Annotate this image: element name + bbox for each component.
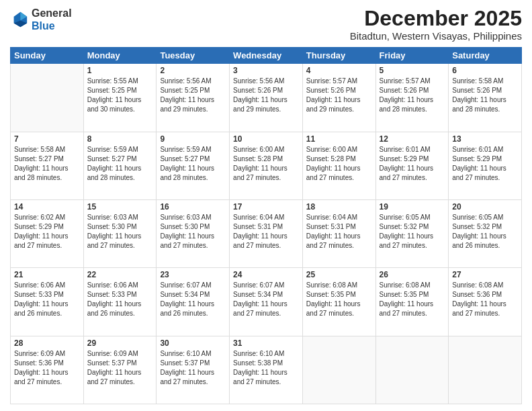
day-info: Sunrise: 6:02 AM Sunset: 5:29 PM Dayligh…: [14, 213, 80, 250]
day-info: Sunrise: 6:03 AM Sunset: 5:30 PM Dayligh…: [87, 213, 153, 250]
day-number: 25: [306, 270, 372, 279]
day-info: Sunrise: 6:04 AM Sunset: 5:31 PM Dayligh…: [233, 213, 299, 250]
day-number: 29: [87, 338, 153, 348]
day-number: 23: [160, 270, 226, 279]
calendar-header-wednesday: Wednesday: [230, 48, 303, 64]
day-number: 22: [87, 270, 153, 279]
day-info: Sunrise: 6:08 AM Sunset: 5:35 PM Dayligh…: [306, 281, 372, 318]
day-info: Sunrise: 5:59 AM Sunset: 5:27 PM Dayligh…: [160, 145, 226, 183]
day-info: Sunrise: 5:59 AM Sunset: 5:27 PM Dayligh…: [87, 145, 153, 183]
calendar-cell: 25Sunrise: 6:08 AM Sunset: 5:35 PM Dayli…: [302, 268, 375, 336]
calendar-header-thursday: Thursday: [302, 48, 375, 64]
calendar-cell: 19Sunrise: 6:05 AM Sunset: 5:32 PM Dayli…: [375, 199, 449, 267]
calendar-cell: [449, 336, 522, 404]
calendar-cell: 27Sunrise: 6:08 AM Sunset: 5:36 PM Dayli…: [449, 268, 522, 336]
calendar-cell: 11Sunrise: 6:00 AM Sunset: 5:28 PM Dayli…: [302, 132, 375, 199]
calendar-header-sunday: Sunday: [11, 48, 84, 64]
calendar-header-friday: Friday: [375, 48, 449, 64]
calendar-cell: 18Sunrise: 6:04 AM Sunset: 5:31 PM Dayli…: [302, 199, 375, 267]
day-info: Sunrise: 6:06 AM Sunset: 5:33 PM Dayligh…: [14, 281, 80, 318]
day-info: Sunrise: 6:00 AM Sunset: 5:28 PM Dayligh…: [306, 145, 372, 183]
day-info: Sunrise: 6:00 AM Sunset: 5:28 PM Dayligh…: [233, 145, 299, 183]
day-number: 9: [160, 134, 226, 144]
day-number: 31: [233, 338, 299, 348]
calendar-cell: 10Sunrise: 6:00 AM Sunset: 5:28 PM Dayli…: [230, 132, 303, 199]
title-block: December 2025 Bitadtun, Western Visayas,…: [350, 7, 522, 42]
day-number: 15: [87, 202, 153, 212]
calendar-cell: 4Sunrise: 5:57 AM Sunset: 5:26 PM Daylig…: [302, 64, 375, 132]
day-number: 19: [380, 202, 445, 212]
calendar-week-0: 1Sunrise: 5:55 AM Sunset: 5:25 PM Daylig…: [11, 64, 522, 132]
day-info: Sunrise: 5:56 AM Sunset: 5:25 PM Dayligh…: [160, 77, 226, 114]
logo-blue: Blue: [32, 20, 55, 32]
day-number: 7: [14, 134, 80, 144]
day-info: Sunrise: 5:58 AM Sunset: 5:27 PM Dayligh…: [14, 145, 80, 183]
calendar-week-1: 7Sunrise: 5:58 AM Sunset: 5:27 PM Daylig…: [11, 132, 522, 199]
calendar-cell: 1Sunrise: 5:55 AM Sunset: 5:25 PM Daylig…: [83, 64, 157, 132]
day-number: 5: [380, 66, 445, 75]
day-number: 26: [380, 270, 445, 279]
calendar-cell: [375, 336, 449, 404]
calendar-cell: 12Sunrise: 6:01 AM Sunset: 5:29 PM Dayli…: [375, 132, 449, 199]
calendar-cell: 5Sunrise: 5:57 AM Sunset: 5:26 PM Daylig…: [375, 64, 449, 132]
day-number: 21: [14, 270, 80, 279]
calendar-header-row: SundayMondayTuesdayWednesdayThursdayFrid…: [11, 48, 522, 64]
day-number: 1: [87, 66, 153, 75]
header: General Blue December 2025 Bitadtun, Wes…: [10, 7, 522, 42]
day-info: Sunrise: 6:07 AM Sunset: 5:34 PM Dayligh…: [233, 281, 299, 318]
day-info: Sunrise: 6:08 AM Sunset: 5:35 PM Dayligh…: [380, 281, 445, 318]
day-info: Sunrise: 6:01 AM Sunset: 5:29 PM Dayligh…: [380, 145, 445, 183]
day-number: 20: [452, 202, 518, 212]
calendar-cell: 28Sunrise: 6:09 AM Sunset: 5:36 PM Dayli…: [11, 336, 84, 404]
day-number: 6: [452, 66, 518, 75]
calendar-week-4: 28Sunrise: 6:09 AM Sunset: 5:36 PM Dayli…: [11, 336, 522, 404]
day-number: 13: [452, 134, 518, 144]
day-info: Sunrise: 5:55 AM Sunset: 5:25 PM Dayligh…: [87, 77, 153, 114]
calendar-table: SundayMondayTuesdayWednesdayThursdayFrid…: [10, 47, 522, 404]
calendar-cell: 14Sunrise: 6:02 AM Sunset: 5:29 PM Dayli…: [11, 199, 84, 267]
day-info: Sunrise: 6:10 AM Sunset: 5:37 PM Dayligh…: [160, 349, 226, 387]
calendar-cell: 21Sunrise: 6:06 AM Sunset: 5:33 PM Dayli…: [11, 268, 84, 336]
day-number: 27: [452, 270, 518, 279]
calendar-cell: 20Sunrise: 6:05 AM Sunset: 5:32 PM Dayli…: [449, 199, 522, 267]
day-info: Sunrise: 5:58 AM Sunset: 5:26 PM Dayligh…: [452, 77, 518, 114]
calendar-cell: [302, 336, 375, 404]
calendar-cell: 7Sunrise: 5:58 AM Sunset: 5:27 PM Daylig…: [11, 132, 84, 199]
day-number: 17: [233, 202, 299, 212]
day-info: Sunrise: 6:08 AM Sunset: 5:36 PM Dayligh…: [452, 281, 518, 318]
day-info: Sunrise: 6:09 AM Sunset: 5:37 PM Dayligh…: [87, 349, 153, 387]
calendar-header-monday: Monday: [83, 48, 157, 64]
calendar-cell: 31Sunrise: 6:10 AM Sunset: 5:38 PM Dayli…: [230, 336, 303, 404]
day-info: Sunrise: 5:57 AM Sunset: 5:26 PM Dayligh…: [380, 77, 445, 114]
day-info: Sunrise: 6:07 AM Sunset: 5:34 PM Dayligh…: [160, 281, 226, 318]
day-number: 18: [306, 202, 372, 212]
calendar-week-2: 14Sunrise: 6:02 AM Sunset: 5:29 PM Dayli…: [11, 199, 522, 267]
calendar-cell: 26Sunrise: 6:08 AM Sunset: 5:35 PM Dayli…: [375, 268, 449, 336]
day-number: 28: [14, 338, 80, 348]
calendar-cell: 13Sunrise: 6:01 AM Sunset: 5:29 PM Dayli…: [449, 132, 522, 199]
calendar-cell: 3Sunrise: 5:56 AM Sunset: 5:26 PM Daylig…: [230, 64, 303, 132]
calendar-cell: 6Sunrise: 5:58 AM Sunset: 5:26 PM Daylig…: [449, 64, 522, 132]
calendar-cell: 8Sunrise: 5:59 AM Sunset: 5:27 PM Daylig…: [83, 132, 157, 199]
logo-general: General: [32, 7, 72, 19]
calendar-cell: [11, 64, 84, 132]
logo: General Blue: [10, 7, 72, 32]
calendar-cell: 2Sunrise: 5:56 AM Sunset: 5:25 PM Daylig…: [157, 64, 230, 132]
calendar-cell: 9Sunrise: 5:59 AM Sunset: 5:27 PM Daylig…: [157, 132, 230, 199]
day-number: 16: [160, 202, 226, 212]
calendar-cell: 29Sunrise: 6:09 AM Sunset: 5:37 PM Dayli…: [83, 336, 157, 404]
day-number: 14: [14, 202, 80, 212]
day-info: Sunrise: 6:03 AM Sunset: 5:30 PM Dayligh…: [160, 213, 226, 250]
calendar-cell: 23Sunrise: 6:07 AM Sunset: 5:34 PM Dayli…: [157, 268, 230, 336]
day-info: Sunrise: 6:10 AM Sunset: 5:38 PM Dayligh…: [233, 349, 299, 387]
day-info: Sunrise: 6:06 AM Sunset: 5:33 PM Dayligh…: [87, 281, 153, 318]
calendar-cell: 22Sunrise: 6:06 AM Sunset: 5:33 PM Dayli…: [83, 268, 157, 336]
calendar-week-3: 21Sunrise: 6:06 AM Sunset: 5:33 PM Dayli…: [11, 268, 522, 336]
day-number: 24: [233, 270, 299, 279]
day-number: 12: [380, 134, 445, 144]
logo-icon: [10, 10, 29, 29]
day-info: Sunrise: 5:56 AM Sunset: 5:26 PM Dayligh…: [233, 77, 299, 114]
calendar-cell: 15Sunrise: 6:03 AM Sunset: 5:30 PM Dayli…: [83, 199, 157, 267]
day-info: Sunrise: 5:57 AM Sunset: 5:26 PM Dayligh…: [306, 77, 372, 114]
day-info: Sunrise: 6:05 AM Sunset: 5:32 PM Dayligh…: [452, 213, 518, 250]
